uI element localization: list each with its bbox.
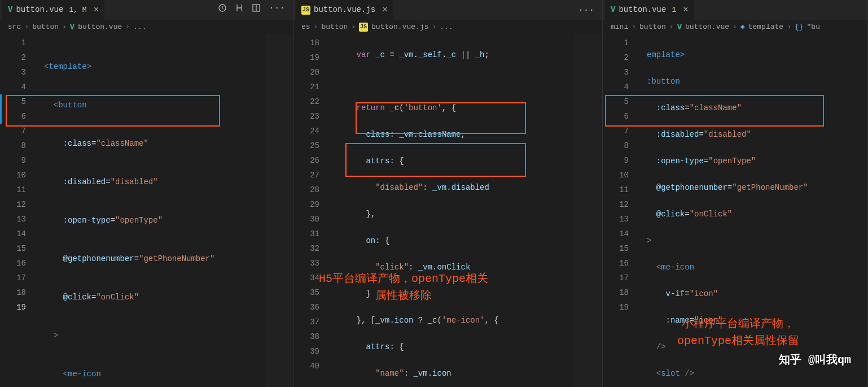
line-gutter: 18192021 22232425 26272829 30313233 3435… <box>293 34 330 373</box>
close-icon[interactable]: × <box>382 6 388 15</box>
close-icon[interactable]: × <box>683 6 689 15</box>
tab-modified-indicator: 1, M <box>69 5 86 16</box>
code-editor[interactable]: 18192021 22232425 26272829 30313233 3435… <box>293 34 602 387</box>
tab-label: button.vue <box>619 4 666 16</box>
tab-bar: V button.vue 1 × <box>603 0 867 20</box>
breadcrumb[interactable]: src› button› Vbutton.vue› ... <box>0 20 293 34</box>
line-gutter: 1234 5678 9101112 13141516 171819 <box>603 34 639 315</box>
split-editor-icon[interactable] <box>252 3 261 16</box>
tab-button-vue[interactable]: V button.vue 1 × <box>605 0 695 20</box>
editor-pane-middle: JS button.vue.js × ··· es› button› JSbut… <box>293 0 603 387</box>
code-content[interactable]: <template> <button :class="className" :d… <box>44 34 293 387</box>
vue-icon: V <box>611 4 615 16</box>
tab-button-vue-js[interactable]: JS button.vue.js × <box>296 0 394 20</box>
js-icon: JS <box>301 6 310 15</box>
code-editor[interactable]: 1234 56 78910 11121314 15161718 19 <temp… <box>0 34 293 387</box>
editor-toolbar: ··· <box>218 3 291 16</box>
tab-button-vue[interactable]: V button.vue 1, M × <box>2 0 105 20</box>
history-icon[interactable] <box>218 3 227 16</box>
code-content[interactable]: emplate> :button :class="className" :dis… <box>647 34 867 387</box>
close-icon[interactable]: × <box>94 6 99 15</box>
tab-bar: JS button.vue.js × ··· <box>293 0 602 20</box>
tab-label: button.vue.js <box>314 4 375 16</box>
minimap[interactable] <box>574 34 602 387</box>
editor-pane-right: V button.vue 1 × mini› button› Vbutton.v… <box>603 0 868 387</box>
tab-modified-indicator: 1 <box>672 5 676 16</box>
breadcrumb[interactable]: es› button› JSbutton.vue.js› ... <box>293 20 602 34</box>
minimap[interactable] <box>265 34 293 387</box>
vue-icon: V <box>8 4 12 16</box>
tab-bar: V button.vue 1, M × ··· <box>0 0 293 20</box>
code-content[interactable]: var _c = _vm._self._c || _h; return _c('… <box>337 34 602 387</box>
line-gutter: 1234 56 78910 11121314 15161718 19 <box>0 34 36 315</box>
tab-label: button.vue <box>16 4 63 16</box>
more-icon[interactable]: ··· <box>269 3 285 16</box>
more-icon[interactable]: ··· <box>578 3 594 17</box>
editor-pane-left: V button.vue 1, M × ··· src› button› Vbu… <box>0 0 293 387</box>
code-editor[interactable]: 1234 5678 9101112 13141516 171819 emplat… <box>603 34 867 387</box>
breadcrumb[interactable]: mini› button› Vbutton.vue› ◈template› {}… <box>603 20 867 34</box>
compare-icon[interactable] <box>235 3 244 16</box>
